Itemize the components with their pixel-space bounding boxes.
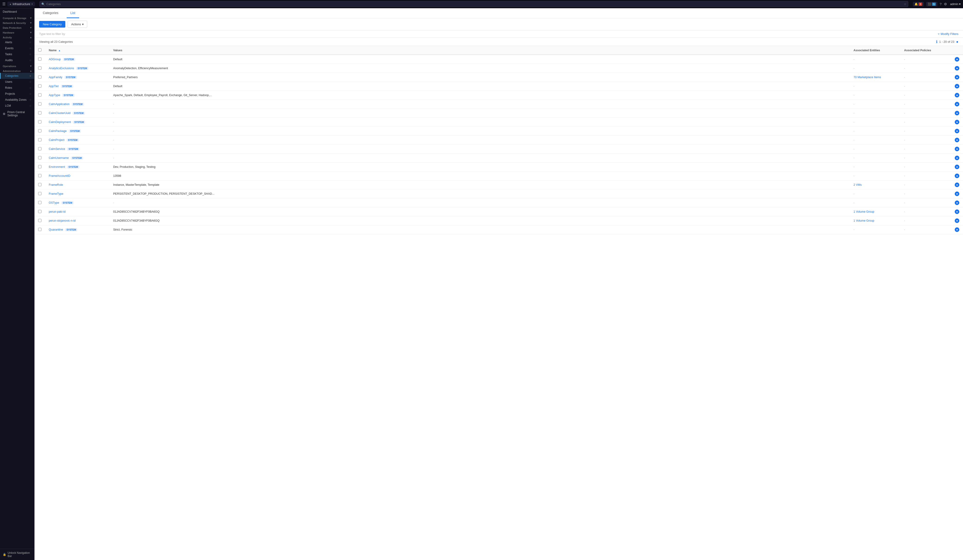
search-input[interactable] (40, 1, 908, 7)
help-icon[interactable]: ? (940, 2, 942, 6)
row-checkbox[interactable] (38, 84, 41, 87)
bookmark-icon[interactable]: ☆ (904, 3, 906, 6)
row-name[interactable]: CalmDeployment (49, 120, 71, 124)
row-action-btn[interactable]: ● (955, 191, 959, 196)
sidebar-section-activity[interactable]: Activity ▴ (0, 34, 34, 39)
row-name[interactable]: OSType (49, 201, 59, 204)
new-category-button[interactable]: New Category (39, 21, 65, 28)
sidebar-item-availability-zones[interactable]: Availability Zones ☆ (0, 97, 34, 103)
row-action-btn[interactable]: ● (955, 138, 959, 142)
row-action-cell[interactable]: ● (951, 91, 963, 100)
sidebar-item-dashboard[interactable]: Dashboard (0, 8, 34, 15)
header-values[interactable]: Values (110, 46, 850, 55)
row-action-cell[interactable]: ● (951, 118, 963, 127)
row-action-cell[interactable]: ● (951, 55, 963, 64)
sidebar-section-data-protection[interactable]: Data Protection ▾ (0, 25, 34, 30)
row-action-cell[interactable]: ● (951, 180, 963, 189)
sidebar-item-roles[interactable]: Roles ☆ (0, 85, 34, 91)
row-checkbox-cell[interactable] (34, 73, 45, 82)
select-all-checkbox[interactable] (38, 48, 41, 52)
row-checkbox-cell[interactable] (34, 118, 45, 127)
row-entities[interactable]: 1 Volume Group (853, 219, 874, 222)
row-checkbox-cell[interactable] (34, 180, 45, 189)
settings-icon[interactable]: ⚙ (944, 2, 947, 6)
row-checkbox[interactable] (38, 102, 41, 105)
row-checkbox[interactable] (38, 183, 41, 186)
row-action-cell[interactable]: ● (951, 154, 963, 162)
app-selector[interactable]: ● Infrastructure ▾ (7, 2, 35, 6)
row-action-btn[interactable]: ● (955, 129, 959, 133)
unlock-nav-bar[interactable]: 🔒 Unlock Navigation Bar (0, 549, 34, 560)
user-menu[interactable]: admin ▾ (950, 2, 961, 6)
prism-central-settings[interactable]: ⚙ Prism Central Settings (0, 109, 34, 119)
sidebar-item-lcm[interactable]: LCM ☆ (0, 103, 34, 109)
row-checkbox[interactable] (38, 57, 41, 61)
sidebar-section-operations[interactable]: Operations ▾ (0, 63, 34, 68)
row-action-cell[interactable]: ● (951, 127, 963, 136)
row-action-cell[interactable]: ● (951, 109, 963, 118)
row-action-cell[interactable]: ● (951, 100, 963, 109)
row-name[interactable]: AppTier (49, 84, 59, 88)
lcm-star-icon[interactable]: ☆ (29, 104, 31, 107)
hamburger-icon[interactable]: ☰ (2, 2, 5, 6)
row-action-cell[interactable]: ● (951, 145, 963, 154)
row-action-btn[interactable]: ● (955, 227, 959, 232)
filter-input[interactable] (39, 32, 591, 36)
row-action-btn[interactable]: ● (955, 93, 959, 97)
row-action-cell[interactable]: ● (951, 136, 963, 145)
row-checkbox-cell[interactable] (34, 64, 45, 73)
row-name[interactable]: Quarantine (49, 228, 63, 231)
row-action-btn[interactable]: ● (955, 209, 959, 214)
row-name[interactable]: CalmUsername (49, 156, 69, 160)
row-checkbox[interactable] (38, 75, 41, 79)
row-checkbox[interactable] (38, 93, 41, 97)
sidebar-item-categories[interactable]: Categories ★ (0, 73, 34, 79)
row-checkbox[interactable] (38, 165, 41, 168)
row-action-cell[interactable]: ● (951, 189, 963, 198)
tasks-star-icon[interactable]: ☆ (29, 53, 31, 56)
roles-star-icon[interactable]: ☆ (29, 86, 31, 89)
row-checkbox-cell[interactable] (34, 82, 45, 91)
row-checkbox[interactable] (38, 138, 41, 141)
row-action-cell[interactable]: ● (951, 172, 963, 180)
row-checkbox-cell[interactable] (34, 207, 45, 216)
row-action-btn[interactable]: ● (955, 165, 959, 169)
sidebar-section-compute[interactable]: Compute & Storage ▾ (0, 15, 34, 20)
row-checkbox[interactable] (38, 219, 41, 222)
sidebar-item-audits[interactable]: Audits ☆ (0, 57, 34, 63)
pagination-end-icon[interactable]: ● (956, 40, 958, 44)
row-name[interactable]: CalmPackage (49, 129, 67, 133)
row-action-btn[interactable]: ● (955, 218, 959, 223)
header-name[interactable]: Name ▲ (45, 46, 110, 55)
az-star-icon[interactable]: ☆ (29, 99, 31, 101)
row-action-btn[interactable]: ● (955, 102, 959, 107)
sidebar-item-projects[interactable]: Projects ☆ (0, 91, 34, 97)
row-checkbox[interactable] (38, 147, 41, 151)
row-action-btn[interactable]: ● (955, 120, 959, 125)
header-entities[interactable]: Associated Entities (850, 46, 900, 55)
row-checkbox[interactable] (38, 192, 41, 195)
row-name[interactable]: FrameRole (49, 183, 63, 186)
sidebar-section-network[interactable]: Network & Security ▾ (0, 20, 34, 25)
row-checkbox[interactable] (38, 120, 41, 123)
row-name[interactable]: CalmService (49, 147, 65, 151)
row-action-btn[interactable]: ● (955, 66, 959, 71)
row-checkbox-cell[interactable] (34, 109, 45, 118)
row-checkbox-cell[interactable] (34, 145, 45, 154)
events-star-icon[interactable]: ☆ (29, 47, 31, 50)
row-action-cell[interactable]: ● (951, 64, 963, 73)
categories-star-icon[interactable]: ★ (29, 74, 31, 78)
sidebar-item-tasks[interactable]: Tasks ☆ (0, 51, 34, 57)
row-action-cell[interactable]: ● (951, 225, 963, 234)
row-name[interactable]: AppFamily (49, 76, 62, 79)
row-action-btn[interactable]: ● (955, 57, 959, 62)
row-name[interactable]: Environment (49, 165, 65, 168)
row-action-cell[interactable]: ● (951, 82, 963, 91)
row-checkbox-cell[interactable] (34, 216, 45, 225)
alerts-btn[interactable]: 🔔 1 (913, 2, 924, 6)
row-action-cell[interactable]: ● (951, 198, 963, 207)
row-action-btn[interactable]: ● (955, 173, 959, 178)
header-checkbox[interactable] (34, 46, 45, 55)
tab-categories[interactable]: Categories (39, 8, 62, 18)
row-checkbox[interactable] (38, 66, 41, 70)
